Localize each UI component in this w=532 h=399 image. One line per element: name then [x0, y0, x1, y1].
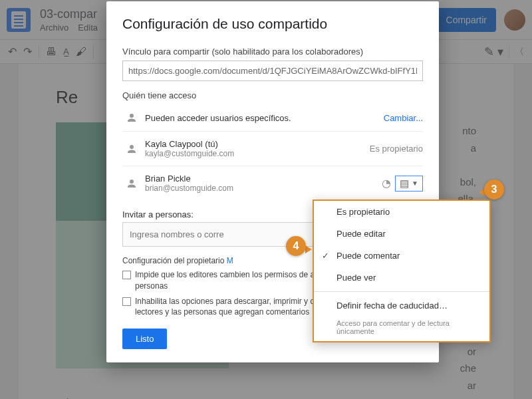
disable-download-checkbox[interactable] — [122, 297, 131, 306]
who-has-access-label: Quién tiene acceso — [122, 90, 423, 100]
access-user-email: kayla@customguide.com — [145, 149, 370, 158]
perm-expiry-note: Acceso para comentar y de lectura únicam… — [314, 317, 489, 341]
owner-settings-label: Configuración del propietario — [122, 256, 224, 265]
access-row-privacy: Pueden acceder usuarios específicos. Cam… — [122, 104, 423, 132]
comment-icon: ▤ — [400, 178, 409, 190]
access-owner-label: Es propietario — [370, 144, 423, 154]
owner-settings-more-link[interactable]: M — [227, 256, 233, 265]
dialog-title: Configuración de uso compartido — [122, 16, 423, 32]
change-privacy-link[interactable]: Cambiar... — [384, 113, 423, 123]
access-row-collaborator: Brian Pickle brian@customguide.com ◔ ▤ ▼ — [122, 166, 423, 200]
clock-icon[interactable]: ◔ — [382, 177, 391, 190]
person-icon — [126, 178, 138, 190]
perm-option-expiry[interactable]: Definir fecha de caducidad… — [314, 295, 489, 317]
privacy-icon — [126, 112, 138, 124]
sharing-link-label: Vínculo para compartir (solo habilitado … — [122, 47, 423, 57]
done-button[interactable]: Listo — [122, 329, 167, 349]
person-icon — [126, 143, 138, 155]
sharing-link-input[interactable] — [122, 61, 423, 81]
access-user-name: Brian Pickle — [145, 174, 382, 184]
perm-option-edit[interactable]: Puede editar — [314, 223, 489, 245]
perm-option-comment[interactable]: Puede comentar — [314, 245, 489, 267]
access-user-email: brian@customguide.com — [145, 184, 382, 193]
access-row-owner: Kayla Claypool (tú) kayla@customguide.co… — [122, 132, 423, 166]
access-row-text: Pueden acceder usuarios específicos. — [145, 113, 384, 123]
callout-badge-4: 4 — [286, 236, 306, 256]
perm-option-view[interactable]: Puede ver — [314, 267, 489, 289]
perm-option-owner[interactable]: Es propietario — [314, 201, 489, 223]
menu-separator — [314, 291, 489, 292]
chevron-down-icon: ▼ — [412, 180, 418, 187]
permission-dropdown-button[interactable]: ▤ ▼ — [395, 176, 423, 192]
callout-pointer-4 — [305, 245, 312, 253]
callout-badge-3: 3 — [484, 180, 504, 200]
permission-dropdown-menu: Es propietario Puede editar Puede coment… — [313, 200, 491, 342]
prevent-editors-checkbox[interactable] — [122, 271, 131, 279]
access-user-name: Kayla Claypool (tú) — [145, 139, 370, 149]
